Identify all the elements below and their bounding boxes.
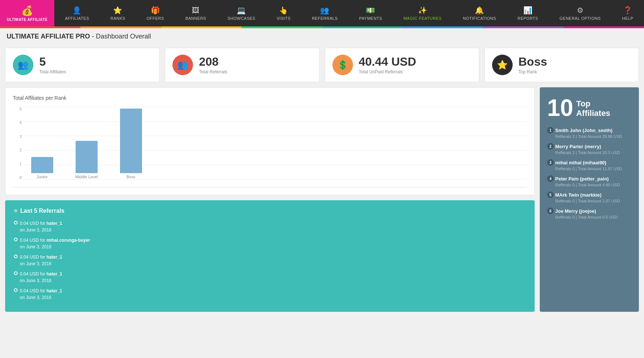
nav-label: OFFERS xyxy=(146,16,164,21)
nav-item-magic_features[interactable]: ✨MAGIC FEATURES xyxy=(399,3,446,23)
nav-bar: 💰 ULTIMATE AFFILIATE 👤AFFILIATES⭐RANKS🎁O… xyxy=(0,0,644,26)
stat-icon-1: 👥 xyxy=(172,55,193,75)
stat-card-1: 👥 208 Total Referrals xyxy=(165,48,319,82)
general_options-icon: ⚙ xyxy=(577,6,584,15)
affiliate-badge-5: 6 xyxy=(547,208,554,214)
affiliate-stats-4: Refferals 0 | Total Amount 2.07 USD xyxy=(555,199,632,203)
stat-label-3: Top Rank xyxy=(519,69,547,74)
referral-text: 0.04 USD for hater_1 on June 3, 2016 xyxy=(20,254,62,267)
nav-item-reports[interactable]: 📊REPORTS xyxy=(513,3,542,23)
affiliate-name-4: 5 MArk Twin (markkie) xyxy=(547,191,632,198)
nav-item-banners[interactable]: 🖼BANNERS xyxy=(181,3,211,23)
bar-label-1: Middle Level xyxy=(75,175,98,179)
color-bar-segment xyxy=(483,26,563,28)
affiliate-badge-1: 2 xyxy=(547,143,554,150)
nav-item-ranks[interactable]: ⭐RANKS xyxy=(106,3,130,23)
nav-item-affiliates[interactable]: 👤AFFILIATES xyxy=(61,3,94,23)
chart-card: Total Affiliates per Rank 012345 Junior … xyxy=(5,87,535,195)
affiliate-item-2: 3 mihai mihai (mihaai90) Refferals 0 | T… xyxy=(547,159,632,171)
referral-item-1: 0.04 USD for mihai.corunga-buyer on June… xyxy=(14,237,526,250)
nav-label: PAYMENTS xyxy=(359,16,382,21)
stat-card-0: 👥 5 Total Affiliates xyxy=(5,48,160,82)
nav-item-notifications[interactable]: 🔔NOTIFICATIONS xyxy=(459,3,501,23)
stat-value-2: 40.44 USD xyxy=(359,55,416,68)
nav-item-general_options[interactable]: ⚙GENERAL OPTIONS xyxy=(555,3,605,23)
stat-value-1: 208 xyxy=(199,55,227,68)
y-axis: 012345 xyxy=(13,107,22,187)
affiliate-item-1: 2 Merry Parter (merry) Refferals 2 | Tot… xyxy=(547,143,632,155)
nav-items: 👤AFFILIATES⭐RANKS🎁OFFERS🖼BANNERS💻SHOWCAS… xyxy=(54,0,644,26)
referral-date: on June 3, 2016 xyxy=(20,244,51,249)
bar-1 xyxy=(76,141,98,173)
affiliate-name-3: 4 Peter Pain (petter_pain) xyxy=(547,175,632,182)
nav-item-help[interactable]: ❓HELP xyxy=(618,3,638,23)
offers-icon: 🎁 xyxy=(151,6,160,15)
nav-logo[interactable]: 💰 ULTIMATE AFFILIATE xyxy=(0,0,54,26)
stat-label-2: Total UnPaid Referrals xyxy=(359,69,416,74)
affiliate-item-4: 5 MArk Twin (markkie) Refferals 0 | Tota… xyxy=(547,191,632,203)
affiliate-name-0: 1 Smith John (John_smith) xyxy=(547,127,632,134)
stat-card-3: ⭐ Boss Top Rank xyxy=(484,48,639,82)
top-affiliates-list: 1 Smith John (John_smith) Refferals 2 | … xyxy=(547,127,632,219)
nav-item-showcases[interactable]: 💻SHOWCASES xyxy=(223,3,260,23)
nav-item-referrals[interactable]: 👥REFERRALS xyxy=(308,3,342,23)
nav-label: BANNERS xyxy=(185,16,206,21)
bar-0 xyxy=(31,157,53,173)
referral-buyer: hater_1 xyxy=(47,271,62,277)
affiliate-badge-2: 3 xyxy=(547,159,554,166)
affiliate-stats-1: Refferals 2 | Total Amount 20.3 USD xyxy=(555,150,632,155)
referral-buyer: hater_1 xyxy=(47,255,62,260)
affiliate-badge-3: 4 xyxy=(547,175,554,182)
affiliate-item-3: 4 Peter Pain (petter_pain) Refferals 0 |… xyxy=(547,175,632,187)
affiliate-name-5: 6 Joe Merry (joejoe) xyxy=(547,208,632,214)
referral-buyer: hater_1 xyxy=(47,221,62,226)
color-bar-segment xyxy=(241,26,322,28)
referral-date: on June 3, 2016 xyxy=(20,295,51,300)
referral-circle xyxy=(14,238,18,241)
top-affiliates-panel: 10 TopAffiliates 1 Smith John (John_smit… xyxy=(540,87,639,312)
notifications-icon: 🔔 xyxy=(475,6,484,15)
referrals-card: ≡ Last 5 Referrals 0.04 USD for hater_1 … xyxy=(5,200,535,312)
stat-info-1: 208 Total Referrals xyxy=(199,55,227,74)
color-bar-segment xyxy=(564,26,644,28)
ranks-icon: ⭐ xyxy=(113,6,123,15)
referral-text: 0.04 USD for hater_1 on June 3, 2016 xyxy=(20,220,62,233)
payments-icon: 💵 xyxy=(366,6,375,15)
affiliate-stats-5: Refferals 0 | Total Amount 0.5 USD xyxy=(555,215,632,219)
affiliate-badge-0: 1 xyxy=(547,127,554,134)
referral-date: on June 3, 2016 xyxy=(20,278,51,283)
referrals-icon: 👥 xyxy=(320,6,330,15)
color-bar xyxy=(0,26,644,28)
logo-icon: 💰 xyxy=(21,5,33,17)
stat-info-0: 5 Total Affiliates xyxy=(39,55,66,74)
nav-label: MAGIC FEATURES xyxy=(403,16,441,21)
referral-date: on June 3, 2016 xyxy=(20,227,51,233)
nav-label: SHOWCASES xyxy=(228,16,255,21)
color-bar-segment xyxy=(0,26,80,28)
affiliate-name-1: 2 Merry Parter (merry) xyxy=(547,143,632,150)
affiliate-item-0: 1 Smith John (John_smith) Refferals 2 | … xyxy=(547,127,632,139)
referral-circle xyxy=(14,271,18,275)
nav-label: GENERAL OPTIONS xyxy=(560,16,601,21)
chart-area: 012345 Junior Middle Level Boss xyxy=(13,107,527,187)
help-icon: ❓ xyxy=(623,6,633,15)
referral-item-3: 0.04 USD for hater_1 on June 3, 2016 xyxy=(14,271,526,284)
referrals-list: 0.04 USD for hater_1 on June 3, 2016 0.0… xyxy=(14,220,526,301)
referral-text: 0.04 USD for hater_1 on June 3, 2016 xyxy=(20,288,62,301)
color-bar-segment xyxy=(80,26,161,28)
page-title-suffix: - Dashboard Overall xyxy=(92,33,151,40)
nav-label: HELP xyxy=(622,16,633,21)
nav-item-payments[interactable]: 💵PAYMENTS xyxy=(355,3,387,23)
nav-item-visits[interactable]: 👆VISITS xyxy=(272,3,295,23)
top-affiliates-title: TopAffiliates xyxy=(576,99,610,118)
referral-text: 0.04 USD for mihai.corunga-buyer on June… xyxy=(20,237,90,250)
main-content: Total Affiliates per Rank 012345 Junior … xyxy=(0,87,644,317)
bar-group-2: Boss xyxy=(120,109,142,179)
showcases-icon: 💻 xyxy=(237,6,246,15)
referral-circle xyxy=(14,255,18,258)
affiliate-stats-3: Refferals 0 | Total Amount 4.89 USD xyxy=(555,183,632,187)
referral-item-0: 0.04 USD for hater_1 on June 3, 2016 xyxy=(14,220,526,233)
nav-item-offers[interactable]: 🎁OFFERS xyxy=(142,3,168,23)
color-bar-segment xyxy=(161,26,241,28)
affiliate-badge-4: 5 xyxy=(547,191,554,198)
